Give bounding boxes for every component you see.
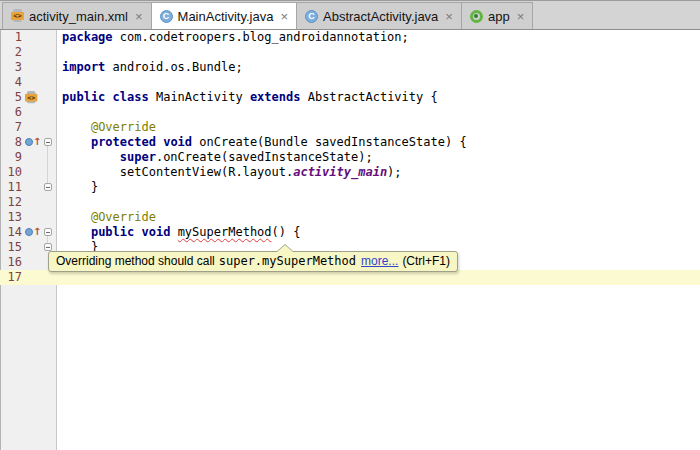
fold-cell [40,210,57,225]
tooltip-notch [277,245,293,252]
code-line-6: 6 [0,105,700,120]
gutter-icon-cell [22,60,40,75]
fold-cell [40,75,57,90]
line-number: 11 [0,180,22,195]
gutter-icon-cell [22,105,40,120]
code-text[interactable]: public class MainActivity extends Abstra… [57,90,700,105]
code-line-13: 13 @Override [0,210,700,225]
code-text[interactable]: protected void onCreate(Bundle savedInst… [57,135,700,150]
tooltip-code-reference: super.mySuperMethod [219,254,356,268]
tab-activity-main-xml[interactable]: <>activity_main.xml× [2,2,152,29]
code-text[interactable]: package com.codetroopers.blog_androidann… [57,30,700,45]
tab-label: app [488,9,510,24]
gutter-icon-cell [22,150,40,165]
code-text[interactable] [57,75,700,90]
code-text[interactable]: @Override [57,210,700,225]
code-token [62,210,91,224]
fold-cell [40,45,57,60]
code-text[interactable] [57,105,700,120]
code-token [134,225,141,239]
fold-cell [40,105,57,120]
fold-cell [40,135,57,150]
code-text[interactable]: import android.os.Bundle; [57,60,700,75]
gutter-icon-cell [22,270,40,285]
gutter-icon-cell [22,165,40,180]
code-token: protected [91,135,156,149]
code-text[interactable]: @Override [57,120,700,135]
code-text[interactable]: public void mySuperMethod() { [57,225,700,240]
fold-cell [40,180,57,195]
gutter-icon-cell: <> [22,90,40,105]
tab-mainactivity-java[interactable]: CMainActivity.java× [151,2,297,29]
code-lines: 1package com.codetroopers.blog_androidan… [0,30,700,285]
code-token: AbstractActivity { [300,90,437,104]
tab-close-icon[interactable]: × [517,10,525,23]
line-number: 10 [0,165,22,180]
code-line-11: 11 } [0,180,700,195]
code-token [62,150,120,164]
code-token: public [62,90,105,104]
fold-cell [40,60,57,75]
gutter-icon-cell [22,240,40,255]
code-text[interactable]: super.onCreate(savedInstanceState); [57,150,700,165]
code-line-12: 12 [0,195,700,210]
code-text[interactable] [57,195,700,210]
gutter-icon-cell: ↑ [22,135,40,150]
code-text[interactable]: } [57,180,700,195]
fold-end-marker[interactable] [44,243,52,251]
code-token: activity_main [293,165,387,179]
tab-label: AbstractActivity.java [323,9,438,24]
code-editor[interactable]: 1package com.codetroopers.blog_androidan… [0,30,700,450]
inspection-tooltip: Overriding method should callsuper.mySup… [48,251,458,272]
gutter-icon-cell [22,30,40,45]
fold-cell [40,30,57,45]
override-method-icon[interactable]: ↑ [25,227,41,237]
ide-window: <>activity_main.xml×CMainActivity.java×C… [0,0,700,450]
line-number: 8 [0,135,22,150]
gutter-icon-cell [22,75,40,90]
code-token [62,120,91,134]
fold-end-marker[interactable] [44,183,52,191]
line-number: 12 [0,195,22,210]
code-token [170,225,177,239]
code-text[interactable]: setContentView(R.layout.activity_main); [57,165,700,180]
layout-file-icon[interactable]: <> [25,91,37,104]
code-token: extends [250,90,301,104]
override-method-icon[interactable]: ↑ [25,137,41,147]
tab-label: activity_main.xml [29,9,128,24]
tab-close-icon[interactable]: × [280,10,288,23]
code-token: android.os.Bundle; [105,60,242,74]
line-number: 17 [0,270,22,285]
fold-start-marker[interactable] [44,228,52,236]
tab-abstractactivity-java[interactable]: CAbstractActivity.java× [296,2,462,29]
code-token: @Override [91,120,156,134]
fold-cell [40,165,57,180]
code-token: () { [272,225,301,239]
line-number: 2 [0,45,22,60]
line-number: 5 [0,90,22,105]
tab-label: MainActivity.java [178,9,274,24]
fold-start-marker[interactable] [44,138,52,146]
java-class-icon: C [160,10,173,23]
tooltip-more-link[interactable]: more... [361,254,398,268]
gutter-icon-cell [22,180,40,195]
code-line-14: 14↑ public void mySuperMethod() { [0,225,700,240]
line-number: 14 [0,225,22,240]
tab-close-icon[interactable]: × [135,10,143,23]
gutter-icon-cell [22,120,40,135]
code-token: public [91,225,134,239]
code-text[interactable] [57,270,700,285]
code-line-4: 4 [0,75,700,90]
tab-close-icon[interactable]: × [445,10,453,23]
fold-cell [40,90,57,105]
code-text[interactable] [57,45,700,60]
code-line-7: 7 @Override [0,120,700,135]
fold-cell [40,150,57,165]
gutter-icon-cell: ↑ [22,225,40,240]
line-number: 1 [0,30,22,45]
gutter-icon-cell [22,45,40,60]
java-class-icon: C [305,10,318,23]
tab-app[interactable]: app× [461,2,533,29]
code-token: class [113,90,149,104]
code-line-3: 3import android.os.Bundle; [0,60,700,75]
